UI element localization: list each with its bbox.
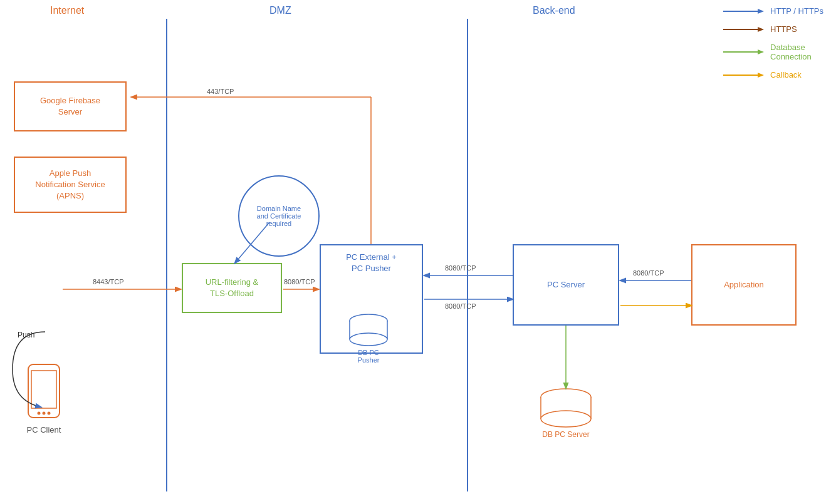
label-443tcp: 443/TCP: [207, 88, 234, 95]
db-pc-server-label: DB PC Server: [542, 430, 589, 439]
zone-backend: Back-end: [533, 5, 575, 16]
url-filter-label: URL-filtering &TLS-Offload: [206, 277, 259, 299]
apple-apns-box: Apple PushNotification Service(APNS): [14, 157, 127, 213]
legend-http: HTTP / HTTPs: [723, 6, 823, 16]
label-pcext-pcserver: 8080/TCP: [445, 302, 476, 310]
legend-http-label: HTTP / HTTPs: [770, 6, 823, 16]
divider-left: [166, 19, 167, 491]
application-box: Application: [691, 244, 797, 326]
svg-marker-25: [758, 9, 764, 14]
db-pc-server: DB PC Server: [538, 388, 594, 439]
legend-db: DatabaseConnection: [723, 43, 823, 61]
pc-client-label: PC Client: [27, 425, 61, 435]
svg-marker-29: [758, 49, 764, 54]
google-firebase-label: Google FirebaseServer: [40, 95, 100, 118]
domain-cert-label: Domain Nameand Certificaterequired: [257, 205, 301, 227]
pc-server-label: PC Server: [547, 279, 585, 291]
svg-rect-11: [31, 371, 56, 408]
pc-external-label: PC External +PC Pusher: [321, 252, 422, 274]
legend-db-label: DatabaseConnection: [770, 43, 812, 61]
application-label: Application: [724, 279, 764, 291]
apple-apns-label: Apple PushNotification Service(APNS): [35, 168, 105, 202]
db-pc-pusher: DB PCPusher: [347, 313, 390, 364]
svg-point-4: [350, 333, 387, 346]
db-pc-pusher-label: DB PCPusher: [358, 349, 380, 364]
label-app-pcserver: 8080/TCP: [633, 269, 664, 277]
svg-marker-27: [758, 27, 764, 32]
legend-callback-label: Callback: [770, 70, 802, 80]
pc-server-box: PC Server: [513, 244, 619, 326]
legend-https-label: HTTPS: [770, 24, 797, 34]
svg-point-9: [541, 411, 591, 427]
divider-right: [467, 19, 468, 491]
domain-cert-circle: Domain Nameand Certificaterequired: [238, 175, 320, 257]
label-pcserver-pcext: 8080/TCP: [445, 264, 476, 272]
diagram: Internet DMZ Back-end Google FirebaseSer…: [0, 0, 836, 504]
google-firebase-box: Google FirebaseServer: [14, 81, 127, 131]
label-urlfilter-pcext: 8080/TCP: [284, 278, 315, 285]
svg-point-12: [38, 412, 41, 415]
url-filter-box: URL-filtering &TLS-Offload: [182, 263, 282, 313]
svg-point-13: [43, 412, 46, 415]
svg-marker-31: [758, 73, 764, 78]
svg-point-14: [48, 412, 51, 415]
zone-internet: Internet: [50, 5, 84, 16]
zone-dmz: DMZ: [269, 5, 291, 16]
label-8443tcp: 8443/TCP: [93, 278, 124, 285]
legend-https: HTTPS: [723, 24, 823, 34]
push-label: Push: [18, 331, 34, 339]
legend-callback: Callback: [723, 70, 823, 80]
legend: HTTP / HTTPs HTTPS DatabaseConnection Ca…: [723, 6, 823, 80]
pc-client: PC Client: [25, 363, 63, 435]
